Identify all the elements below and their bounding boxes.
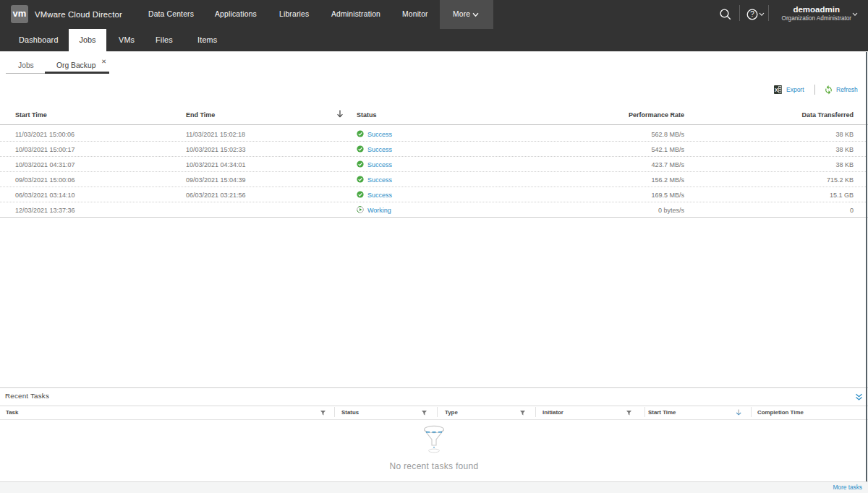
svg-text:X: X <box>775 87 778 93</box>
svg-text:?: ? <box>750 10 754 18</box>
